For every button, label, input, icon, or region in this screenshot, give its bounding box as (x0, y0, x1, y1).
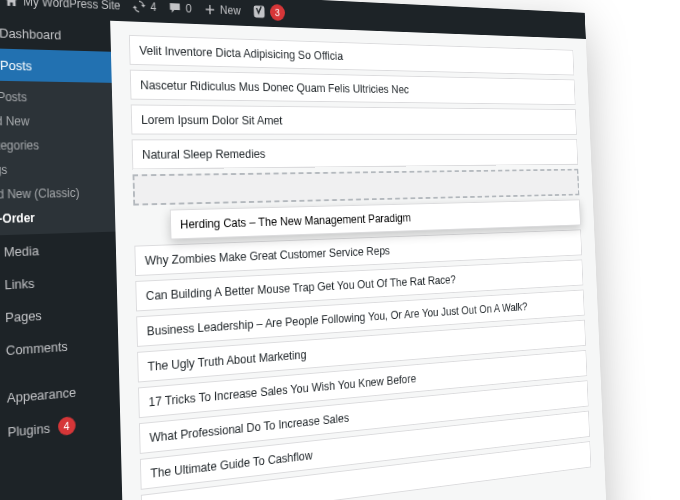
post-row[interactable]: Natural Sleep Remedies (132, 139, 578, 170)
submenu-tags[interactable]: Tags (0, 157, 114, 183)
reorder-content: Velit Inventore Dicta Adipisicing So Off… (110, 21, 608, 500)
sidebar-label: Links (4, 275, 34, 292)
home-icon (4, 0, 18, 8)
updates-link[interactable]: 4 (133, 0, 157, 14)
sidebar-label: Comments (6, 338, 68, 358)
new-content-link[interactable]: New (204, 3, 241, 18)
sidebar-item-dashboard[interactable]: Dashboard (0, 15, 111, 52)
post-row[interactable]: Lorem Ipsum Dolor Sit Amet (131, 104, 577, 134)
sidebar-label: Media (4, 243, 39, 260)
sidebar-label: Dashboard (0, 25, 61, 42)
plus-icon (204, 3, 216, 17)
sidebar-label: Pages (5, 307, 42, 324)
new-label: New (220, 4, 241, 18)
submenu-all-posts[interactable]: All Posts (0, 84, 112, 110)
admin-sidebar: Dashboard Posts All Posts Add New Catego… (0, 15, 125, 500)
plugins-badge: 4 (58, 416, 76, 436)
comments-count: 0 (185, 2, 191, 15)
post-row[interactable]: Velit Inventore Dicta Adipisicing So Off… (129, 35, 574, 76)
post-row[interactable]: Nascetur Ridiculus Mus Donec Quam Felis … (130, 70, 576, 105)
updates-count: 4 (150, 0, 156, 14)
submenu-reorder[interactable]: Re-Order (0, 204, 115, 232)
yoast-link[interactable]: 3 (252, 3, 285, 21)
posts-submenu: All Posts Add New Categories Tags Add Ne… (0, 80, 115, 236)
submenu-add-new[interactable]: Add New (0, 109, 113, 134)
submenu-categories[interactable]: Categories (0, 133, 114, 158)
sidebar-item-posts[interactable]: Posts (0, 48, 112, 83)
drop-placeholder (133, 169, 580, 206)
site-name: My WordPress Site (23, 0, 120, 12)
site-link[interactable]: My WordPress Site (4, 0, 120, 12)
yoast-icon (252, 4, 266, 19)
sidebar-label: Plugins (7, 420, 50, 439)
submenu-add-classic[interactable]: Add New (Classic) (0, 181, 115, 208)
sidebar-label: Appearance (7, 384, 76, 405)
sidebar-label: Posts (0, 57, 32, 73)
yoast-badge: 3 (270, 4, 285, 21)
comment-icon (169, 1, 182, 15)
comments-link[interactable]: 0 (169, 1, 192, 15)
refresh-icon (133, 0, 146, 13)
